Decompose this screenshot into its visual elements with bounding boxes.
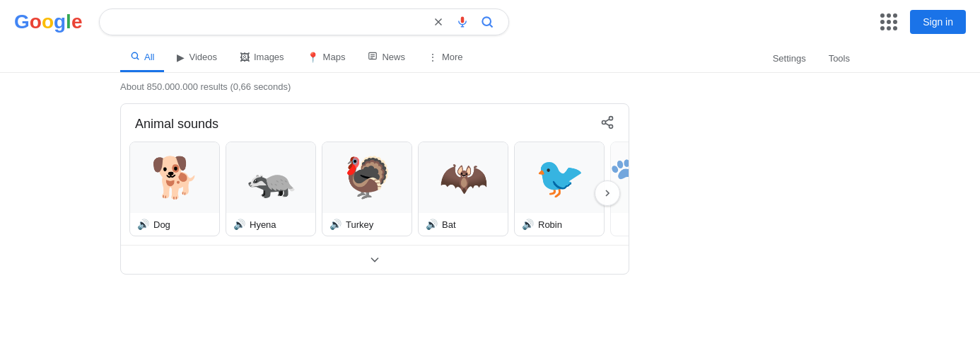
header-right: Sign in [876,9,966,35]
animal-label-turkey: 🔊 Turkey [322,213,412,236]
tab-all[interactable]: All [120,44,164,72]
animal-card-hyena[interactable]: 🦡 🔊 Hyena [226,142,316,236]
animal-card-bat[interactable]: 🦇 🔊 Bat [418,142,508,236]
animal-label-bat: 🔊 Bat [419,213,508,236]
card-title: Animal sounds [135,117,218,132]
sign-in-button[interactable]: Sign in [910,10,966,34]
tab-more[interactable]: ⋮ More [418,45,473,72]
animal-image-bat: 🦇 [419,142,508,213]
clear-button[interactable] [429,16,448,28]
animal-card-dog[interactable]: 🐕 🔊 Dog [129,142,220,236]
expand-button[interactable] [121,245,629,274]
scroll-next-button[interactable] [595,180,620,206]
animal-image-dog: 🐕 [130,142,220,213]
apps-icon [880,13,897,30]
animal-card-robin[interactable]: 🐦 🔊 Robin [514,142,605,236]
sound-icon: 🔊 [329,219,342,230]
more-icon: ⋮ [428,52,438,63]
svg-rect-2 [461,17,465,23]
sound-icon: 🔊 [426,219,438,230]
tab-videos[interactable]: ▶ Videos [167,45,227,72]
search-button[interactable] [477,15,497,29]
share-icon[interactable] [600,115,614,133]
svg-line-8 [137,58,139,60]
all-icon [130,51,140,63]
result-count: About 850.000.000 results (0,66 seconds) [0,73,980,98]
tab-images[interactable]: 🖼 Images [230,45,294,72]
header: Google What sound does a dog make [0,0,980,44]
nav-tabs: All ▶ Videos 🖼 Images 📍 Maps News ⋮ More… [0,44,980,73]
card-header: Animal sounds [121,104,629,142]
animals-scroll: 🐕 🔊 Dog 🦡 🔊 Hyena 🦃 🔊 Turkey 🦇 [121,142,629,245]
search-bar: What sound does a dog make [99,8,509,35]
sound-icon: 🔊 [233,219,245,230]
svg-point-7 [132,52,137,58]
svg-point-14 [602,121,606,125]
news-icon [368,51,378,63]
sound-icon: 🔊 [137,219,149,230]
animal-label-hyena: 🔊 Hyena [226,213,315,236]
images-icon: 🖼 [240,52,250,63]
animal-image-robin: 🐦 [515,142,605,213]
tab-maps[interactable]: 📍 Maps [297,45,356,72]
svg-point-15 [609,125,613,128]
sound-icon: 🔊 [522,219,534,230]
animal-label-dog: 🔊 Dog [130,213,219,236]
animal-card-turkey[interactable]: 🦃 🔊 Turkey [322,142,412,236]
tab-news[interactable]: News [358,44,415,72]
apps-button[interactable] [876,9,902,35]
svg-line-16 [605,123,609,125]
google-logo[interactable]: Google [14,11,82,33]
animal-label-robin: 🔊 Robin [515,213,604,236]
svg-point-13 [609,117,613,120]
settings-link[interactable]: Settings [763,46,816,71]
svg-line-17 [605,119,609,121]
search-input[interactable]: What sound does a dog make [111,16,424,28]
animal-sounds-card: Animal sounds 🐕 🔊 Dog 🦡 🔊 Hyen [120,103,629,275]
svg-point-5 [483,17,491,25]
svg-line-6 [490,25,493,28]
animal-image-hyena: 🦡 [226,142,316,213]
animal-image-turkey: 🦃 [322,142,412,213]
nav-right: Settings Tools [763,46,860,71]
tools-link[interactable]: Tools [819,46,860,71]
maps-icon: 📍 [307,52,319,63]
videos-icon: ▶ [177,52,185,63]
voice-search-button[interactable] [453,16,472,28]
